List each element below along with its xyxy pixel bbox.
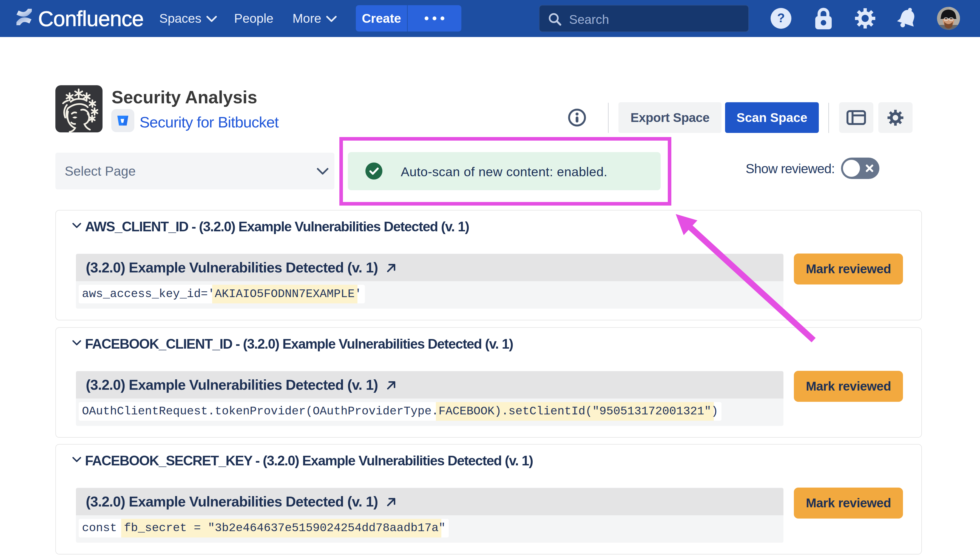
svg-text:?: ? — [777, 11, 785, 25]
